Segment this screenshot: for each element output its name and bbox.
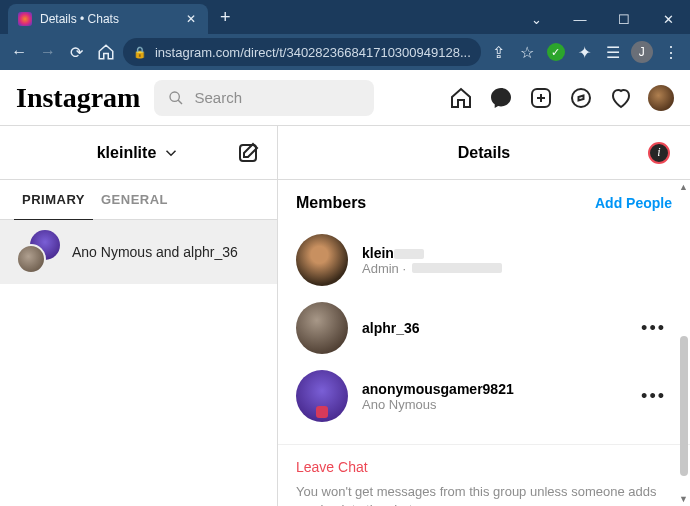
panel-title: Details xyxy=(458,144,510,162)
window-close-icon[interactable]: ✕ xyxy=(646,4,690,34)
account-switcher[interactable]: kleinlite xyxy=(97,144,181,162)
search-input[interactable]: Search xyxy=(154,80,374,116)
browser-tab[interactable]: Details • Chats ✕ xyxy=(8,4,208,34)
forward-button: → xyxy=(37,39,60,65)
instagram-logo[interactable]: Instagram xyxy=(16,82,140,114)
kebab-menu-icon[interactable]: ⋮ xyxy=(659,39,682,65)
leave-chat-description: You won't get messages from this group u… xyxy=(296,483,672,506)
tab-close-icon[interactable]: ✕ xyxy=(184,12,198,26)
chat-list-item[interactable]: Ano Nymous and alphr_36 xyxy=(0,220,277,284)
scroll-up-icon[interactable]: ▲ xyxy=(679,182,688,192)
activity-icon[interactable] xyxy=(608,85,634,111)
browser-address-bar: ← → ⟳ 🔒 instagram.com/direct/t/340282366… xyxy=(0,34,690,70)
window-maximize-icon[interactable]: ☐ xyxy=(602,4,646,34)
member-row[interactable]: klein Admin · xyxy=(296,226,672,294)
scrollbar-thumb[interactable] xyxy=(680,336,688,476)
shield-icon[interactable]: ✓ xyxy=(544,39,567,65)
tab-title: Details • Chats xyxy=(40,12,176,26)
share-icon[interactable]: ⇪ xyxy=(487,39,510,65)
member-avatar xyxy=(296,234,348,286)
member-username: alphr_36 xyxy=(362,320,621,336)
instagram-favicon xyxy=(18,12,32,26)
explore-icon[interactable] xyxy=(568,85,594,111)
svg-point-0 xyxy=(170,92,179,101)
svg-marker-6 xyxy=(579,95,584,100)
lock-icon: 🔒 xyxy=(133,46,147,59)
member-avatar xyxy=(296,302,348,354)
compose-button[interactable] xyxy=(235,140,261,166)
url-text: instagram.com/direct/t/34028236684171030… xyxy=(155,45,471,60)
svg-point-5 xyxy=(572,89,590,107)
extensions-icon[interactable]: ✦ xyxy=(573,39,596,65)
reload-button[interactable]: ⟳ xyxy=(65,39,88,65)
member-avatar xyxy=(296,370,348,422)
window-chevron-icon[interactable]: ⌄ xyxy=(514,4,558,34)
bookmark-icon[interactable]: ☆ xyxy=(516,39,539,65)
inbox-sidebar: kleinlite PRIMARY GENERAL Ano Nymous and… xyxy=(0,126,278,506)
chevron-down-icon xyxy=(162,144,180,162)
new-tab-button[interactable]: + xyxy=(208,7,243,28)
member-subtitle: Ano Nymous xyxy=(362,397,621,412)
account-username: kleinlite xyxy=(97,144,157,162)
member-username: anonymousgamer9821 xyxy=(362,381,621,397)
back-button[interactable]: ← xyxy=(8,39,31,65)
member-row[interactable]: anonymousgamer9821 Ano Nymous ••• xyxy=(296,362,672,430)
member-options-icon[interactable]: ••• xyxy=(635,386,672,407)
url-bar[interactable]: 🔒 instagram.com/direct/t/340282366841710… xyxy=(123,38,481,66)
info-icon[interactable]: i xyxy=(648,142,670,164)
group-avatar-stack xyxy=(16,230,60,274)
scroll-down-icon[interactable]: ▼ xyxy=(679,494,688,504)
instagram-header: Instagram Search xyxy=(0,70,690,126)
member-row[interactable]: alphr_36 ••• xyxy=(296,294,672,362)
home-button[interactable] xyxy=(94,39,117,65)
inbox-tabs: PRIMARY GENERAL xyxy=(0,180,277,220)
home-icon[interactable] xyxy=(448,85,474,111)
chat-title: Ano Nymous and alphr_36 xyxy=(72,244,238,260)
messenger-icon[interactable] xyxy=(488,85,514,111)
add-people-button[interactable]: Add People xyxy=(595,195,672,211)
svg-line-1 xyxy=(178,100,182,104)
window-minimize-icon[interactable]: — xyxy=(558,4,602,34)
members-heading: Members xyxy=(296,194,366,212)
member-options-icon[interactable]: ••• xyxy=(635,318,672,339)
browser-titlebar: Details • Chats ✕ + ⌄ — ☐ ✕ xyxy=(0,0,690,34)
profile-avatar[interactable] xyxy=(648,85,674,111)
tab-primary[interactable]: PRIMARY xyxy=(14,180,93,220)
leave-chat-button[interactable]: Leave Chat xyxy=(296,459,672,475)
section-divider xyxy=(278,444,690,445)
search-placeholder: Search xyxy=(194,89,242,106)
tab-general[interactable]: GENERAL xyxy=(93,180,176,219)
new-post-icon[interactable] xyxy=(528,85,554,111)
profile-button[interactable]: J xyxy=(630,39,653,65)
search-icon xyxy=(168,90,184,106)
svg-rect-7 xyxy=(240,145,256,161)
details-panel: Details i Members Add People klein Admin… xyxy=(278,126,690,506)
member-username: klein xyxy=(362,245,672,261)
member-subtitle: Admin · xyxy=(362,261,672,276)
reading-list-icon[interactable]: ☰ xyxy=(602,39,625,65)
